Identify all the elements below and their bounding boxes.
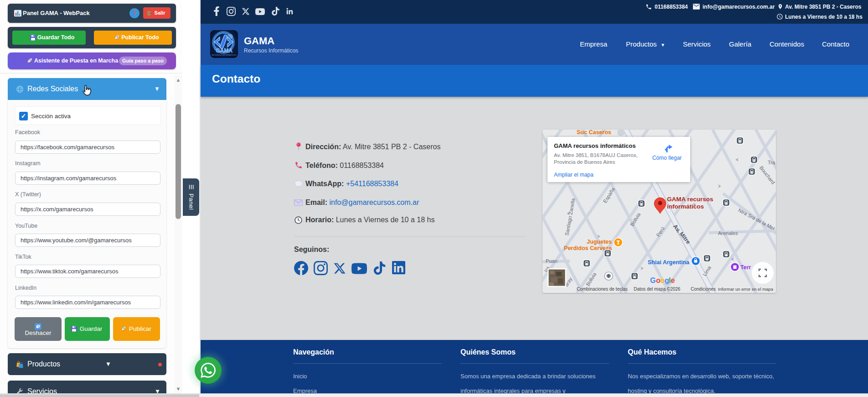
svg-text:informáticos: informáticos xyxy=(667,203,704,210)
svg-text:Tra: Tra xyxy=(768,160,775,165)
svg-text:GAMA recursos: GAMA recursos xyxy=(667,196,713,203)
svg-text:Combinaciones de teclas: Combinaciones de teclas xyxy=(577,287,628,292)
svg-text:GAMA: GAMA xyxy=(216,47,232,54)
svg-text:Av. Mitre 3851, B1678AUJ Caser: Av. Mitre 3851, B1678AUJ Caseros, xyxy=(554,152,638,158)
svg-text:Suc Caseros: Suc Caseros xyxy=(577,130,611,136)
svg-text:o: o xyxy=(656,277,661,284)
svg-text:Informar un error en el mapa: Informar un error en el mapa xyxy=(718,287,774,292)
svg-text:Juguetes: Juguetes xyxy=(587,239,612,245)
svg-text:RECURSOS INFORMÁTICOS: RECURSOS INFORMÁTICOS xyxy=(212,54,237,56)
svg-text:Terr: Terr xyxy=(740,264,751,271)
svg-text:GAMA recursos informáticos: GAMA recursos informáticos xyxy=(554,142,636,149)
svg-text:Puan: Puan xyxy=(546,258,558,264)
svg-text:Arenales: Arenales xyxy=(718,230,738,236)
svg-text:Provincia de Buenos Aires: Provincia de Buenos Aires xyxy=(554,159,615,165)
svg-text:Condiciones: Condiciones xyxy=(691,287,716,292)
svg-text:e: e xyxy=(671,277,675,284)
svg-text:o: o xyxy=(661,277,665,284)
svg-text:Ampliar el mapa: Ampliar el mapa xyxy=(554,172,594,178)
svg-text:Cómo llegar: Cómo llegar xyxy=(652,155,682,161)
svg-text:Shiai Argentina: Shiai Argentina xyxy=(648,259,690,266)
svg-text:G: G xyxy=(650,277,656,284)
svg-text:Datos del mapa ©2026: Datos del mapa ©2026 xyxy=(634,287,681,292)
